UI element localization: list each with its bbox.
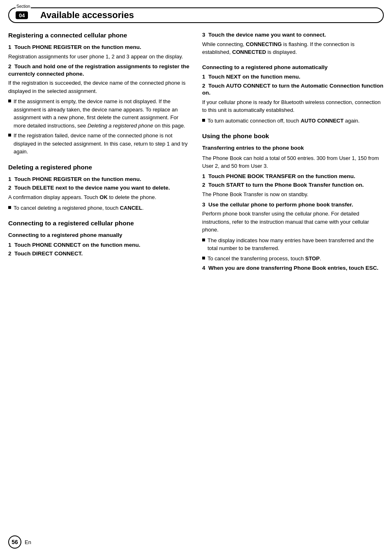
transfer-step2-body: The Phone Book Transfer is now on standb… <box>202 190 384 199</box>
page-header: Section 04 Available accessories <box>8 7 384 23</box>
language-label: En <box>25 539 31 545</box>
page-number: 56 <box>8 535 21 549</box>
delete-bullet1-text: To cancel deleting a registered phone, t… <box>14 204 190 212</box>
deleting-heading: Deleting a registered phone <box>8 163 190 171</box>
connecting-heading: Connecting to a registered cellular phon… <box>8 219 190 227</box>
auto-step1-heading: 1 Touch NEXT on the function menu. <box>202 73 384 81</box>
bullet-icon <box>202 239 205 241</box>
main-content: Registering a connected cellular phone 1… <box>8 31 384 279</box>
register-bullet1: If the assignment is empty, the device n… <box>8 97 190 130</box>
bullet-icon <box>8 100 11 102</box>
auto-step2-body: If your cellular phone is ready for Blue… <box>202 98 384 114</box>
register-bullet1-text: If the assignment is empty, the device n… <box>14 97 190 130</box>
register-step2-heading: 2 Touch and hold one of the registration… <box>8 63 190 77</box>
transfer-step3-body: Perform phone book transfer using the ce… <box>202 210 384 234</box>
right-column: 3 Touch the device name you want to conn… <box>202 31 384 279</box>
register-step1-body: Registration assignments for user phone … <box>8 53 190 61</box>
auto-bullet1-text: To turn automatic connection off, touch … <box>208 117 384 125</box>
auto-bullet1: To turn automatic connection off, touch … <box>202 117 384 125</box>
section-connecting: Connecting to a registered cellular phon… <box>8 219 190 257</box>
delete-bullet1: To cancel deleting a registered phone, t… <box>8 204 190 212</box>
transfer-bullet2-text: To cancel the transferring process, touc… <box>208 255 384 263</box>
transfer-intro: The Phone Book can hold a total of 500 e… <box>202 154 384 170</box>
bullet-icon <box>8 206 11 209</box>
connecting-manually-heading: Connecting to a registered phone manuall… <box>8 232 190 239</box>
left-column: Registering a connected cellular phone 1… <box>8 31 190 279</box>
registering-heading: Registering a connected cellular phone <box>8 31 190 39</box>
section-number: 04 <box>16 12 28 19</box>
connect-manual-step1-heading: 1 Touch PHONE CONNECT on the function me… <box>8 241 190 249</box>
bullet-icon <box>8 134 11 137</box>
section-auto-connect: Connecting to a registered phone automat… <box>202 64 384 125</box>
connect-step3-heading: 3 Touch the device name you want to conn… <box>202 31 384 39</box>
section-registering: Registering a connected cellular phone 1… <box>8 31 190 156</box>
transfer-step3-heading: 3 Use the cellular phone to perform phon… <box>202 201 384 208</box>
transfer-bullet1: The display indicates how many entries h… <box>202 236 384 253</box>
transfer-bullet2: To cancel the transferring process, touc… <box>202 255 384 263</box>
auto-connect-heading: Connecting to a registered phone automat… <box>202 64 384 71</box>
section-label: Section <box>16 4 31 9</box>
delete-step1-heading: 1 Touch PHONE REGISTER on the function m… <box>8 176 190 183</box>
transfer-heading: Transferring entries to the phone book <box>202 144 384 152</box>
section-connect-step3: 3 Touch the device name you want to conn… <box>202 31 384 56</box>
auto-step2-heading: 2 Touch AUTO CONNECT to turn the Automat… <box>202 82 384 97</box>
bullet-icon <box>202 119 205 122</box>
bullet-icon <box>202 257 205 259</box>
phonebook-heading: Using the phone book <box>202 132 384 140</box>
transfer-step1-heading: 1 Touch PHONE BOOK TRANSFER on the funct… <box>202 173 384 180</box>
section-phonebook: Using the phone book Transferring entrie… <box>202 132 384 271</box>
register-step1-heading: 1 Touch PHONE REGISTER on the function m… <box>8 44 190 51</box>
transfer-bullet1-text: The display indicates how many entries h… <box>208 236 384 253</box>
transfer-step2-heading: 2 Touch START to turn the Phone Book Tra… <box>202 181 384 189</box>
delete-step2-heading: 2 Touch DELETE next to the device name y… <box>8 184 190 192</box>
transfer-step4-heading: 4 When you are done transferring Phone B… <box>202 264 384 272</box>
connect-manual-step2-heading: 2 Touch DIRECT CONNECT. <box>8 250 190 257</box>
register-bullet2: If the registration failed, device name … <box>8 132 190 156</box>
section-deleting: Deleting a registered phone 1 Touch PHON… <box>8 163 190 212</box>
page-footer: 56 En <box>8 535 31 549</box>
register-bullet2-text: If the registration failed, device name … <box>14 132 190 156</box>
register-step2-body: If the registration is succeeded, the de… <box>8 79 190 95</box>
page-title: Available accessories <box>40 10 134 21</box>
connect-step3-body: While connecting, CONNECTING is flashing… <box>202 40 384 56</box>
delete-step2-body: A confirmation display appears. Touch OK… <box>8 193 190 202</box>
